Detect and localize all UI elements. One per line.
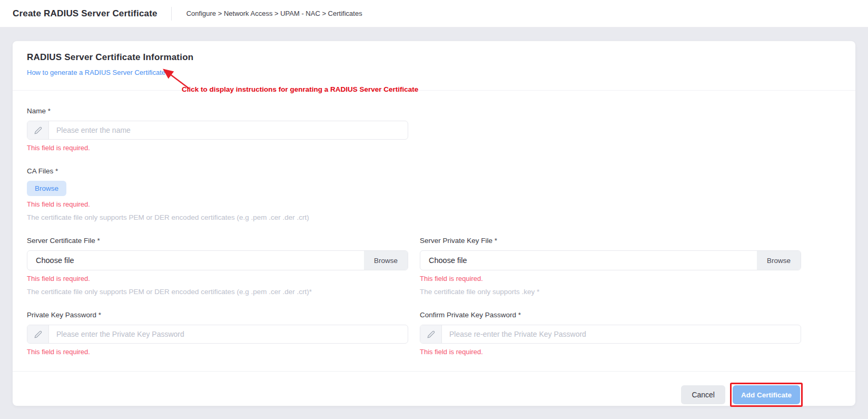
pencil-icon bbox=[420, 325, 442, 343]
ca-files-hint: The certificate file only supports PEM o… bbox=[27, 213, 841, 221]
card-content: RADIUS Server Certificate Information Ho… bbox=[13, 41, 855, 371]
confirm-private-key-password-error: This field is required. bbox=[420, 348, 801, 356]
confirm-private-key-password-group: Confirm Private Key Password * This fiel… bbox=[420, 311, 801, 356]
certificate-form: Name * This field is required. CA Files … bbox=[27, 107, 841, 371]
confirm-private-key-password-label: Confirm Private Key Password * bbox=[420, 311, 801, 319]
server-certificate-file-group: Server Certificate File * Choose file Br… bbox=[27, 237, 408, 296]
section-divider bbox=[13, 90, 855, 91]
server-certificate-file-value: Choose file bbox=[27, 251, 364, 270]
page-body: Click to display instructions for genrat… bbox=[0, 27, 868, 419]
add-certificate-annotation-box: Add Certificate bbox=[730, 383, 803, 407]
breadcrumb[interactable]: Configure > Network Access > UPAM - NAC … bbox=[186, 9, 362, 17]
server-certificate-file-input[interactable]: Choose file Browse bbox=[27, 250, 408, 270]
ca-files-label: CA Files * bbox=[27, 167, 841, 175]
server-certificate-file-hint: The certificate file only supports PEM o… bbox=[27, 288, 408, 296]
server-certificate-file-label: Server Certificate File * bbox=[27, 237, 408, 245]
ca-files-field-group: CA Files * Browse This field is required… bbox=[27, 167, 841, 221]
pencil-icon bbox=[27, 325, 49, 343]
title-breadcrumb-divider bbox=[171, 7, 172, 21]
server-private-key-file-input[interactable]: Choose file Browse bbox=[420, 250, 801, 270]
private-key-password-input[interactable] bbox=[49, 325, 408, 343]
how-to-generate-link[interactable]: How to generate a RADIUS Server Certific… bbox=[27, 69, 165, 76]
name-field-group: Name * This field is required. bbox=[27, 107, 841, 152]
confirm-private-key-password-input-group bbox=[420, 325, 801, 344]
server-private-key-file-group: Server Private Key File * Choose file Br… bbox=[420, 237, 801, 296]
private-key-password-input-group bbox=[27, 325, 408, 344]
name-input-group bbox=[27, 121, 408, 140]
server-private-key-file-value: Choose file bbox=[420, 251, 757, 270]
add-certificate-button[interactable]: Add Certificate bbox=[733, 385, 800, 404]
name-input[interactable] bbox=[49, 121, 408, 139]
server-private-key-file-label: Server Private Key File * bbox=[420, 237, 801, 245]
card-footer: Cancel Add Certificate bbox=[13, 371, 855, 419]
annotation-text: Click to display instructions for genrat… bbox=[182, 85, 418, 93]
pencil-icon bbox=[27, 121, 49, 139]
server-private-key-browse-button[interactable]: Browse bbox=[757, 251, 801, 270]
server-certificate-file-error: This field is required. bbox=[27, 275, 408, 282]
name-label: Name * bbox=[27, 107, 841, 115]
page-title: Create RADIUS Server Certificate bbox=[13, 8, 157, 19]
private-key-password-label: Private Key Password * bbox=[27, 311, 408, 319]
ca-files-browse-button[interactable]: Browse bbox=[27, 181, 66, 196]
file-fields-row: Server Certificate File * Choose file Br… bbox=[27, 237, 841, 311]
password-fields-row: Private Key Password * This field is req… bbox=[27, 311, 841, 371]
ca-files-error: This field is required. bbox=[27, 200, 841, 208]
private-key-password-group: Private Key Password * This field is req… bbox=[27, 311, 408, 356]
server-certificate-browse-button[interactable]: Browse bbox=[364, 251, 408, 270]
private-key-password-error: This field is required. bbox=[27, 348, 408, 356]
cancel-button[interactable]: Cancel bbox=[681, 385, 725, 404]
server-private-key-file-error: This field is required. bbox=[420, 275, 801, 282]
certificate-form-card: Click to display instructions for genrat… bbox=[13, 41, 855, 406]
confirm-private-key-password-input[interactable] bbox=[442, 325, 801, 343]
top-bar: Create RADIUS Server Certificate Configu… bbox=[0, 0, 868, 27]
card-heading: RADIUS Server Certificate Information bbox=[27, 52, 841, 63]
server-private-key-file-hint: The certificate file only supports .key … bbox=[420, 288, 801, 296]
name-error: This field is required. bbox=[27, 144, 841, 152]
